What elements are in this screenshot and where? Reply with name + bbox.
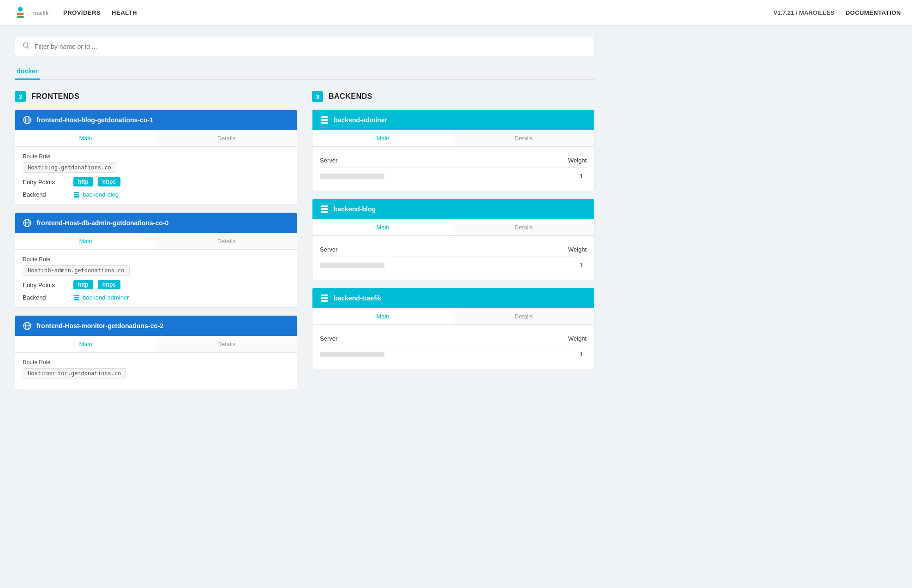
- backend-tab-main-adminer[interactable]: Main: [312, 130, 453, 146]
- backend-link-icon-1: [73, 192, 80, 198]
- frontend-tabs-1: Main Details: [15, 130, 297, 147]
- svg-rect-10: [74, 194, 79, 195]
- backend-link-1[interactable]: backend-blog: [73, 191, 119, 198]
- backend-card-traefik: backend-traefik Main Details Server Weig…: [312, 288, 594, 369]
- frontend-tab-details-3[interactable]: Details: [156, 336, 297, 352]
- tab-docker[interactable]: docker: [15, 64, 40, 80]
- svg-line-5: [28, 47, 30, 49]
- route-rule-label-3: Route Rule: [23, 359, 289, 366]
- frontends-header: 3 FRONTENDS: [15, 91, 297, 102]
- ep-badge-https-2: https: [98, 280, 120, 289]
- frontend-tab-main-1[interactable]: Main: [15, 130, 156, 146]
- traefik-logo-icon: [11, 4, 30, 22]
- frontend-card-3: frontend-Host-monitor-getdonations-co-2 …: [15, 315, 297, 390]
- server-row-adminer: 1: [320, 168, 587, 184]
- main-grid: 3 FRONTENDS frontend-Host-blog-getdonati…: [15, 91, 594, 397]
- frontends-title: FRONTENDS: [31, 92, 79, 101]
- backend-tab-main-blog[interactable]: Main: [312, 219, 453, 235]
- backend-tabs-blog: Main Details: [312, 219, 594, 236]
- backends-header: 3 BACKENDS: [312, 91, 594, 102]
- route-rule-value-3: Host:monitor.getdonations.co: [23, 368, 126, 378]
- frontends-column: 3 FRONTENDS frontend-Host-blog-getdonati…: [15, 91, 297, 397]
- backend-tabs-traefik: Main Details: [312, 308, 594, 325]
- ep-badge-http-2: http: [73, 280, 93, 289]
- server-row-traefik: 1: [320, 346, 587, 362]
- frontend-tab-main-2[interactable]: Main: [15, 233, 156, 249]
- route-rule-label-1: Route Rule: [23, 153, 289, 160]
- navbar: traefik PROVIDERS HEALTH V1.7.21 / MAROI…: [0, 0, 912, 26]
- ep-badge-https-1: https: [98, 177, 120, 186]
- frontend-body-1: Route Rule Host:blog.getdonations.co Ent…: [15, 147, 297, 204]
- server-table-header-traefik: Server Weight: [320, 331, 587, 346]
- backend-tab-details-blog[interactable]: Details: [453, 219, 594, 235]
- backend-card-blog: backend-blog Main Details Server Weight: [312, 198, 594, 280]
- svg-rect-27: [321, 294, 328, 296]
- weight-col-traefik: Weight: [568, 335, 587, 342]
- route-rule-value-1: Host:blog.getdonations.co: [23, 162, 116, 173]
- backend-name-adminer: backend-adminer: [334, 116, 387, 124]
- backend-label-2: Backend: [23, 294, 69, 301]
- version-text: V1.7.21 / MAROILLES: [774, 9, 834, 16]
- server-col-traefik: Server: [320, 335, 337, 342]
- backends-title: BACKENDS: [329, 92, 372, 101]
- backend-name-traefik: backend-traefik: [334, 294, 381, 302]
- entry-points-row-1: Entry Points http https: [23, 177, 289, 186]
- frontend-tabs-3: Main Details: [15, 336, 297, 353]
- server-ip-traefik: [320, 352, 384, 357]
- svg-rect-15: [74, 295, 79, 296]
- search-bar: [15, 37, 594, 56]
- entry-points-label-1: Entry Points: [23, 179, 69, 186]
- backend-card-header-traefik: backend-traefik: [312, 288, 594, 308]
- backends-column: 3 BACKENDS backend-adminer Main Details: [312, 91, 594, 397]
- server-weight-adminer: 1: [580, 173, 587, 180]
- nav-health[interactable]: HEALTH: [112, 9, 137, 16]
- backend-body-traefik: Server Weight 1: [312, 325, 594, 369]
- search-input[interactable]: [35, 43, 587, 50]
- route-rule-label-2: Route Rule: [23, 256, 289, 263]
- backend-label-1: Backend: [23, 191, 69, 198]
- db-icon-blog: [320, 204, 329, 214]
- backend-tab-main-traefik[interactable]: Main: [312, 308, 453, 324]
- backend-name-blog: backend-blog: [334, 205, 376, 213]
- server-table-adminer: Server Weight 1: [320, 153, 587, 184]
- db-icon-traefik: [320, 294, 329, 303]
- navbar-right: V1.7.21 / MAROILLES DOCUMENTATION: [774, 9, 901, 16]
- svg-rect-3: [17, 16, 24, 18]
- frontend-body-3: Route Rule Host:monitor.getdonations.co: [15, 353, 297, 390]
- server-table-blog: Server Weight 1: [320, 242, 587, 273]
- nav-documentation[interactable]: DOCUMENTATION: [846, 9, 901, 16]
- frontend-tab-details-2[interactable]: Details: [156, 233, 297, 249]
- backend-card-header-blog: backend-blog: [312, 199, 594, 219]
- server-weight-traefik: 1: [580, 351, 587, 358]
- backend-link-2[interactable]: backend-adminer: [73, 294, 129, 301]
- backend-body-blog: Server Weight 1: [312, 236, 594, 280]
- frontend-card-1: frontend-Host-blog-getdonations-co-1 Mai…: [15, 109, 297, 205]
- frontend-tab-main-3[interactable]: Main: [15, 336, 156, 352]
- frontend-card-2: frontend-Host-db-admin-getdonations-co-0…: [15, 212, 297, 308]
- frontend-tab-details-1[interactable]: Details: [156, 130, 297, 146]
- globe-icon-3: [23, 321, 32, 330]
- backend-row-1: Backend backend-blog: [23, 191, 289, 198]
- svg-rect-23: [321, 122, 328, 124]
- frontends-count: 3: [15, 91, 26, 102]
- weight-col-blog: Weight: [568, 246, 587, 253]
- search-icon: [23, 42, 30, 51]
- svg-rect-17: [74, 299, 79, 300]
- server-table-traefik: Server Weight 1: [320, 331, 587, 362]
- svg-rect-29: [321, 300, 328, 302]
- frontend-tabs-2: Main Details: [15, 233, 297, 250]
- logo: traefik: [11, 4, 48, 22]
- main-content: docker 3 FRONTENDS frontend-Host-blog-ge…: [0, 26, 609, 408]
- nav-providers[interactable]: PROVIDERS: [63, 9, 101, 16]
- svg-rect-26: [321, 211, 328, 213]
- backend-tab-details-adminer[interactable]: Details: [453, 130, 594, 146]
- backend-body-adminer: Server Weight 1: [312, 147, 594, 191]
- backend-tab-details-traefik[interactable]: Details: [453, 308, 594, 324]
- backend-tabs-adminer: Main Details: [312, 130, 594, 147]
- server-weight-blog: 1: [580, 262, 587, 269]
- frontend-name-2: frontend-Host-db-admin-getdonations-co-0: [36, 219, 168, 227]
- backends-count: 3: [312, 91, 323, 102]
- server-col-adminer: Server: [320, 157, 337, 164]
- svg-rect-21: [321, 116, 328, 118]
- backend-card-header-adminer: backend-adminer: [312, 110, 594, 130]
